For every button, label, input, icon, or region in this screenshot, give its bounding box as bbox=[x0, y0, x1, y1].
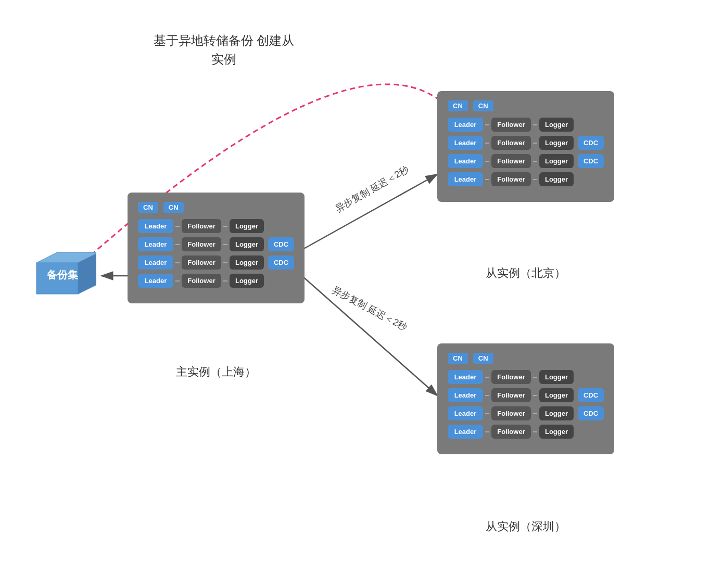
beijing-cn-badge-2: CN bbox=[473, 100, 493, 111]
beijing-logger-2: Logger bbox=[539, 136, 574, 150]
shenzhen-follower-3: Follower bbox=[491, 406, 531, 420]
beijing-leader-4: Leader bbox=[448, 172, 483, 186]
beijing-cdc-3: CDC bbox=[578, 154, 604, 168]
arrow-label-shenzhen: 异步复制 延迟＜2秒 bbox=[329, 283, 410, 335]
beijing-row-2: Leader Follower Logger CDC bbox=[448, 136, 604, 150]
shenzhen-leader-3: Leader bbox=[448, 406, 483, 420]
main-instance-label: 主实例（上海） bbox=[148, 364, 284, 380]
beijing-row-4: Leader Follower Logger bbox=[448, 172, 604, 186]
beijing-logger-3: Logger bbox=[539, 154, 574, 168]
main-row-3: Leader Follower Logger CDC bbox=[138, 255, 294, 270]
shenzhen-instance-box: CN CN Leader Follower Logger Leader Foll… bbox=[437, 343, 614, 454]
main-logger-3: Logger bbox=[230, 255, 264, 270]
backup-cube: 备份集 bbox=[29, 245, 96, 304]
shenzhen-row-4: Leader Follower Logger bbox=[448, 425, 604, 439]
main-cn-badge-2: CN bbox=[163, 202, 184, 213]
main-follower-3: Follower bbox=[182, 255, 221, 270]
shenzhen-row-1: Leader Follower Logger bbox=[448, 370, 604, 384]
beijing-cn-row: CN CN bbox=[448, 100, 604, 111]
beijing-cdc-2: CDC bbox=[578, 136, 604, 150]
shenzhen-logger-1: Logger bbox=[539, 370, 574, 384]
main-leader-3: Leader bbox=[138, 255, 173, 270]
shenzhen-logger-2: Logger bbox=[539, 388, 574, 402]
shenzhen-follower-2: Follower bbox=[491, 388, 531, 402]
main-logger-1: Logger bbox=[230, 219, 264, 233]
main-instance-box: CN CN Leader Follower Logger Leader Foll… bbox=[128, 193, 305, 303]
shenzhen-follower-4: Follower bbox=[491, 425, 531, 439]
arrow-label-beijing: 异步复制 延迟＜2秒 bbox=[333, 162, 412, 216]
beijing-follower-1: Follower bbox=[491, 118, 531, 132]
beijing-follower-2: Follower bbox=[491, 136, 531, 150]
diagram-container: 基于异地转储备份 创建从实例 备份集 CN CN Leader Follower… bbox=[0, 0, 710, 588]
page-title: 基于异地转储备份 创建从实例 bbox=[151, 31, 297, 69]
shenzhen-logger-4: Logger bbox=[539, 425, 574, 439]
shenzhen-row-3: Leader Follower Logger CDC bbox=[448, 406, 604, 420]
beijing-follower-3: Follower bbox=[491, 154, 531, 168]
shenzhen-cn-badge-1: CN bbox=[448, 353, 468, 364]
beijing-instance-label: 从实例（北京） bbox=[458, 265, 593, 281]
main-cn-badge-1: CN bbox=[138, 202, 158, 213]
beijing-leader-2: Leader bbox=[448, 136, 483, 150]
main-row-4: Leader Follower Logger bbox=[138, 274, 294, 288]
beijing-instance-box: CN CN Leader Follower Logger Leader Foll… bbox=[437, 91, 614, 202]
beijing-leader-1: Leader bbox=[448, 118, 483, 132]
main-leader-2: Leader bbox=[138, 237, 173, 251]
main-row-1: Leader Follower Logger bbox=[138, 219, 294, 233]
shenzhen-cdc-2: CDC bbox=[578, 388, 604, 402]
beijing-row-3: Leader Follower Logger CDC bbox=[448, 154, 604, 168]
shenzhen-cn-badge-2: CN bbox=[473, 353, 493, 364]
main-follower-1: Follower bbox=[182, 219, 221, 233]
main-leader-1: Leader bbox=[138, 219, 173, 233]
shenzhen-leader-1: Leader bbox=[448, 370, 483, 384]
shenzhen-leader-4: Leader bbox=[448, 425, 483, 439]
main-row-2: Leader Follower Logger CDC bbox=[138, 237, 294, 251]
shenzhen-instance-label: 从实例（深圳） bbox=[458, 519, 593, 534]
main-logger-4: Logger bbox=[230, 274, 264, 288]
shenzhen-follower-1: Follower bbox=[491, 370, 531, 384]
main-cdc-2: CDC bbox=[268, 237, 294, 251]
beijing-logger-1: Logger bbox=[539, 118, 574, 132]
shenzhen-leader-2: Leader bbox=[448, 388, 483, 402]
beijing-cn-badge-1: CN bbox=[448, 100, 468, 111]
shenzhen-row-2: Leader Follower Logger CDC bbox=[448, 388, 604, 402]
main-leader-4: Leader bbox=[138, 274, 173, 288]
beijing-leader-3: Leader bbox=[448, 154, 483, 168]
shenzhen-logger-3: Logger bbox=[539, 406, 574, 420]
beijing-logger-4: Logger bbox=[539, 172, 574, 186]
main-follower-2: Follower bbox=[182, 237, 221, 251]
beijing-follower-4: Follower bbox=[491, 172, 531, 186]
backup-label: 备份集 bbox=[29, 267, 96, 282]
beijing-row-1: Leader Follower Logger bbox=[448, 118, 604, 132]
main-logger-2: Logger bbox=[230, 237, 264, 251]
shenzhen-cdc-3: CDC bbox=[578, 406, 604, 420]
shenzhen-cn-row: CN CN bbox=[448, 353, 604, 364]
main-follower-4: Follower bbox=[182, 274, 221, 288]
main-cdc-3: CDC bbox=[268, 255, 294, 270]
main-cn-row: CN CN bbox=[138, 202, 294, 213]
